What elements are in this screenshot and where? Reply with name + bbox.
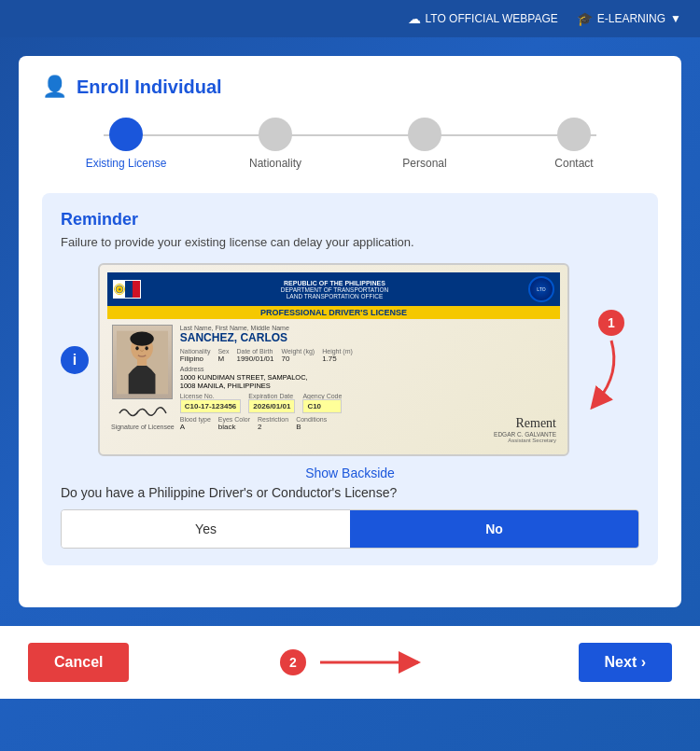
page-title: Enroll Individual [77, 76, 222, 98]
license-signature [115, 402, 171, 421]
annotation-arrow-2 [315, 648, 427, 676]
license-header-2: DEPARTMENT OF TRANSPORTATION [141, 286, 528, 293]
license-sig-label: Signature of Licensee [111, 424, 175, 430]
license-body: Signature of Licensee Last Name, First N… [107, 319, 560, 447]
license-type-bar: PROFESSIONAL DRIVER'S LICENSE [107, 306, 560, 319]
cloud-icon: ☁ [408, 11, 421, 26]
stepper: Existing License Nationality Personal Co… [42, 118, 658, 170]
action-bar: Cancel 2 Next › [0, 626, 700, 699]
step-circle-3 [408, 118, 441, 151]
chevron-down-icon: ▼ [670, 12, 681, 25]
license-wrapper: i ☀ [61, 263, 639, 456]
license-name: SANCHEZ, CARLOS [180, 331, 556, 344]
authority-title: Assistant Secretary [334, 438, 556, 443]
height-label: Height (m) [322, 348, 353, 355]
svg-point-7 [146, 346, 148, 350]
expiry-value: 2026/01/01 [248, 399, 295, 413]
question-label: Do you have a Philippine Driver's or Con… [61, 485, 639, 500]
lic-no-label: License No. [180, 393, 242, 399]
reminder-card: Reminder Failure to provide your existin… [42, 193, 658, 565]
step-nationality: Nationality [201, 118, 350, 170]
license-name-label: Last Name, First Name, Middle Name [180, 325, 556, 331]
annotation-badge-1: 1 [598, 310, 624, 336]
lto-seal: LTO [528, 276, 554, 302]
svg-point-4 [131, 331, 154, 345]
navbar: ☁ LTO OFFICIAL WEBPAGE 🎓 E-LEARNING ▼ [0, 0, 700, 37]
license-row-1: Nationality Filipino Sex M Date of Birth… [180, 348, 556, 363]
annotation-2-area: 2 [280, 648, 427, 676]
address-label: Address [180, 366, 556, 372]
step-label-3: Personal [402, 157, 446, 170]
license-header-1: REPUBLIC OF THE PHILIPPINES [141, 280, 528, 286]
cancel-button[interactable]: Cancel [28, 643, 129, 682]
step-contact: Contact [499, 118, 649, 170]
nat-label: Nationality [180, 348, 211, 355]
weight-label: Weight (kg) [282, 348, 315, 355]
step-circle-2 [259, 118, 292, 151]
authority-name: EDGAR C. GALVANTE [334, 431, 556, 438]
agency-label: Agency Code [302, 393, 342, 399]
toggle-buttons: Yes No [61, 509, 639, 549]
yes-button[interactable]: Yes [62, 510, 350, 548]
svg-point-6 [136, 346, 139, 350]
license-photo-section: Signature of Licensee [111, 325, 175, 443]
annotation-area: i ☀ [61, 263, 639, 480]
step-circle-4 [557, 118, 591, 151]
annotation-badge-2: 2 [280, 649, 306, 675]
dob-label: Date of Birth [236, 348, 273, 355]
step-circle-1 [109, 118, 143, 151]
no-button[interactable]: No [350, 510, 638, 548]
graduation-icon: 🎓 [577, 11, 593, 26]
step-existing-license: Existing License [51, 118, 201, 170]
nat-value: Filipino [180, 355, 211, 363]
elearning-link[interactable]: 🎓 E-LEARNING ▼ [577, 11, 681, 26]
step-label-4: Contact [554, 157, 593, 170]
show-backside-link[interactable]: Show Backside [61, 466, 639, 480]
step-label-1: Existing License [86, 157, 167, 170]
license-photo [112, 325, 173, 399]
question-section: Do you have a Philippine Driver's or Con… [61, 485, 639, 549]
height-value: 1.75 [322, 355, 353, 363]
license-header-3: LAND TRANSPORTATION OFFICE [141, 293, 528, 299]
agency-value: C10 [302, 399, 342, 413]
page-title-section: 👤 Enroll Individual [42, 75, 658, 99]
lto-webpage-link[interactable]: ☁ LTO OFFICIAL WEBPAGE [408, 11, 558, 26]
sex-value: M [217, 355, 229, 363]
license-number-row: License No. C10-17-123456 Expiration Dat… [180, 393, 556, 413]
info-icon: i [61, 346, 89, 374]
sex-label: Sex [217, 348, 229, 355]
annotation-arrow-1 [583, 336, 639, 410]
step-label-2: Nationality [249, 157, 301, 170]
next-button[interactable]: Next › [579, 643, 672, 682]
lic-no-value: C10-17-123456 [180, 399, 242, 413]
reminder-title: Reminder [61, 210, 639, 229]
step-personal: Personal [350, 118, 499, 170]
address-value: 1000 KUNDIMAN STREET, SAMPALOC, 1008 MAN… [180, 373, 556, 390]
svg-rect-5 [137, 359, 147, 366]
dob-value: 1990/01/01 [236, 355, 273, 363]
reminder-text: Failure to provide your existing license… [61, 235, 639, 249]
main-card: 👤 Enroll Individual Existing License Nat… [19, 56, 681, 607]
license-card: ☀ REPUBLIC OF THE PHILIPPINES DEPARTMENT… [98, 263, 569, 456]
license-bottom-row: Blood type A Eyes Color black Restrictio… [180, 416, 556, 443]
expiry-label: Expiration Date [248, 393, 295, 399]
license-details: Last Name, First Name, Middle Name SANCH… [180, 325, 556, 443]
user-icon: 👤 [42, 75, 67, 99]
weight-value: 70 [282, 355, 315, 363]
